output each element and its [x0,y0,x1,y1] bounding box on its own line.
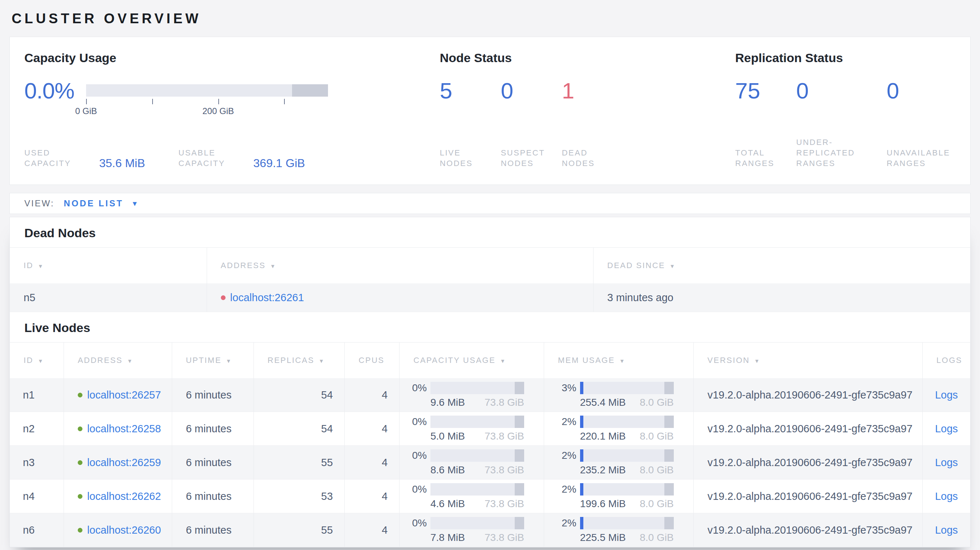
logs-link[interactable]: Logs [935,457,958,469]
mem-usage-cell-bar-row: 2% [553,416,674,428]
node-address-link[interactable]: localhost:26257 [87,389,161,401]
column-header-id[interactable]: ID▼ [10,343,64,378]
version-cell: v19.2.0-alpha.20190606-2491-gfe735c9a97 [694,446,923,479]
usage-used-value: 8.6 MiB [430,464,465,476]
usage-percent: 2% [553,450,580,461]
node-status-section: Node Status 5LIVE NODES0SUSPECT NODES1DE… [440,51,735,168]
logs-link[interactable]: Logs [935,490,958,502]
node-address-cell: localhost:26260 [64,513,172,547]
column-header-mem-usage[interactable]: MEM USAGE▼ [544,343,694,378]
usage-bar-fill [580,416,583,428]
node-address-link[interactable]: localhost:26261 [230,292,304,304]
column-header-address[interactable]: ADDRESS▼ [64,343,172,378]
mem-usage-cell-values-row: 235.2 MiB8.0 GiB [580,464,674,476]
capacity-axis-tick [284,99,285,104]
node-id-cell: n4 [10,480,64,513]
cpus-cell: 4 [345,513,399,547]
replication-stat-label: UNAVAILABLE RANGES [887,148,965,168]
column-header-label: ID [24,356,33,365]
column-header-dead-since[interactable]: DEAD SINCE▼ [593,248,970,283]
logs-cell: Logs [923,480,970,513]
usage-total-value: 73.8 GiB [485,431,524,442]
usage-bar-track [580,517,674,529]
node-address-cell: localhost:26262 [64,480,172,513]
usage-total-value: 8.0 GiB [640,397,673,409]
replicas-cell: 54 [254,412,345,445]
cpus-cell: 4 [345,446,399,479]
usage-bar-track [580,382,674,394]
column-header-replicas[interactable]: REPLICAS▼ [254,343,345,378]
node-address-cell: localhost:26261 [207,283,593,312]
capacity-axis-tick-label: 200 GiB [202,106,234,116]
node-address-link[interactable]: localhost:26262 [87,490,161,502]
column-header-address[interactable]: ADDRESS▼ [207,248,593,283]
mem-usage-cell-values-row: 225.5 MiB8.0 GiB [580,532,674,544]
replicas-cell: 53 [254,480,345,513]
usage-total-value: 8.0 GiB [640,431,673,442]
live-node-row: n3localhost:262596 minutes5540%8.6 MiB73… [10,446,970,480]
sort-desc-icon: ▼ [318,357,325,364]
mem-usage-cell: 2%199.6 MiB8.0 GiB [544,480,694,513]
uptime-cell: 6 minutes [172,480,254,513]
usage-bar-fill [580,382,583,394]
usage-bar-track [430,449,524,462]
sort-desc-icon: ▼ [226,357,232,364]
usage-used-value: 199.6 MiB [580,498,626,510]
usage-total-value: 73.8 GiB [485,397,524,409]
logs-link[interactable]: Logs [935,389,958,401]
capacity-usage-cell: 0%5.0 MiB73.8 GiB [399,412,544,445]
usage-bar-track [580,416,674,428]
replication-stat-total-ranges: 75TOTAL RANGES [735,83,796,168]
summary-card: Capacity Usage 0.0% 0 GiB200 GiB USED CA… [10,37,970,185]
logs-link[interactable]: Logs [935,524,958,536]
usage-bar-track [430,416,524,428]
mem-usage-cell-bar-row: 2% [553,449,674,462]
uptime-cell: 6 minutes [172,412,254,445]
column-header-label: CAPACITY USAGE [414,356,495,365]
usage-bar-track [430,517,524,529]
dead-nodes-table: ID▼ADDRESS▼DEAD SINCE▼ n5localhost:26261… [10,247,970,312]
node-status-stats: 5LIVE NODES0SUSPECT NODES1DEAD NODES [440,83,735,168]
sort-desc-icon: ▼ [270,262,276,269]
replication-stat-label: TOTAL RANGES [735,148,791,168]
node-status-stat-label: SUSPECT NODES [501,148,557,168]
column-header-version[interactable]: VERSION▼ [694,343,923,378]
logs-link[interactable]: Logs [935,423,958,435]
replicas-cell: 55 [254,446,345,479]
node-address-link[interactable]: localhost:26260 [87,524,161,536]
live-nodes-table-body: n1localhost:262576 minutes5440%9.6 MiB73… [10,378,970,547]
node-status-stat-label: DEAD NODES [562,148,618,168]
live-node-status-icon [78,426,83,431]
column-header-label: ID [24,261,33,270]
column-header-capacity-usage[interactable]: CAPACITY USAGE▼ [399,343,544,378]
cpus-cell: 4 [345,412,399,445]
mem-usage-cell-values-row: 255.4 MiB8.0 GiB [580,397,674,409]
usage-used-value: 255.4 MiB [580,397,626,409]
column-header-uptime[interactable]: UPTIME▼ [172,343,254,378]
sort-desc-icon: ▼ [38,357,44,364]
node-address-cell: localhost:26258 [64,412,172,445]
capacity-usage-cell: 0%7.8 MiB73.8 GiB [399,513,544,547]
usage-used-value: 225.5 MiB [580,532,626,544]
capacity-usage-cell-values-row: 8.6 MiB73.8 GiB [430,464,524,476]
view-dropdown[interactable]: NODE LIST ▼ [64,198,138,208]
usage-bar-reserved-segment [515,449,524,462]
capacity-usage-cell-bar-row: 0% [408,382,524,394]
node-status-heading: Node Status [440,51,735,65]
column-header-label: VERSION [708,356,750,365]
node-address-link[interactable]: localhost:26259 [87,457,161,469]
view-label: VIEW: [24,198,54,208]
live-node-status-icon [78,393,83,397]
capacity-stat-label: USABLE CAPACITY [178,148,242,168]
view-bar: VIEW: NODE LIST ▼ [10,193,970,214]
node-address-link[interactable]: localhost:26258 [87,423,161,435]
usage-percent: 0% [408,517,430,529]
capacity-usage-body: 0.0% 0 GiB200 GiB USED CAPACITY35.6 MiBU… [24,83,440,168]
usage-used-value: 4.6 MiB [430,498,465,510]
node-status-stat-label: LIVE NODES [440,148,496,168]
column-header-id[interactable]: ID▼ [10,248,207,283]
node-status-stat-dead-nodes: 1DEAD NODES [562,83,623,168]
column-header-label: LOGS [936,356,962,365]
node-status-stat-value: 5 [440,83,496,98]
sort-desc-icon: ▼ [38,262,44,269]
